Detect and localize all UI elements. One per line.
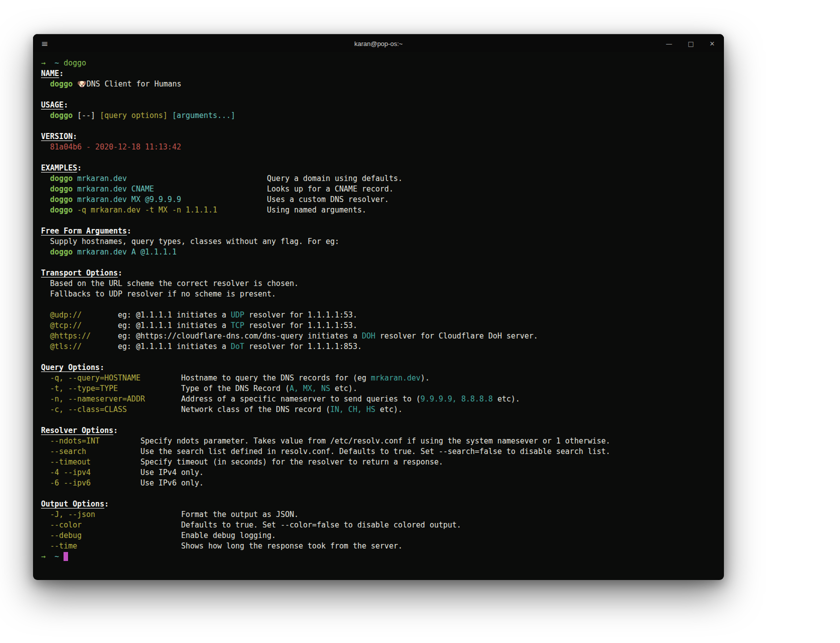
text-segment: : [118, 268, 123, 278]
transport-row: @udp:// eg: @1.1.1.1 initiates a UDP res… [41, 310, 716, 320]
output-row: --time Shows how long the response took … [41, 541, 716, 552]
text-segment: Using named arguments. [267, 206, 367, 214]
text-segment: mrkaran.dev A @1.1.1.1 [77, 248, 177, 256]
close-button[interactable]: ✕ [709, 40, 715, 46]
text-segment: resolver for 1.1.1.1:853. [244, 342, 362, 351]
text-segment: --time [50, 542, 77, 550]
text-segment [41, 248, 50, 256]
text-segment: USAGE [41, 100, 64, 110]
terminal-content[interactable]: → ~ doggoNAME: doggo 🐶DNS Client for Hum… [33, 52, 724, 572]
text-segment: doggo [50, 174, 73, 183]
text-segment [41, 478, 50, 488]
text-segment: doggo [50, 206, 73, 214]
text-segment: doggo [64, 58, 86, 68]
query-row: -t, --type=TYPE Type of the DNS Record (… [41, 384, 716, 394]
text-segment: 🐶 [73, 80, 87, 88]
text-segment: Network class of the DNS record ( [181, 405, 330, 414]
text-segment: : [59, 69, 64, 78]
prompt-line: → ~ doggo [41, 58, 716, 68]
blank-line [41, 300, 716, 310]
text-segment: @udp:// [50, 310, 82, 320]
text-segment: Use IPv4 only. [141, 468, 204, 477]
terminal-window: ≡ karan@pop-os:~ — □ ✕ → ~ doggoNAME: do… [33, 34, 724, 580]
text-segment [41, 195, 50, 204]
resolver-row: -4 --ipv4 Use IPv4 only. [41, 468, 716, 478]
text-segment: [--] [73, 111, 100, 120]
blank-line [41, 216, 716, 226]
version-value: 81a04b6 - 2020-12-18 11:13:42 [41, 142, 716, 152]
text-segment: doggo [50, 184, 73, 194]
text-segment [41, 458, 50, 466]
text-segment: mrkaran.dev MX @9.9.9.9 [77, 195, 181, 204]
examples-header: EXAMPLES: [41, 163, 716, 174]
text-segment: doggo [50, 80, 73, 88]
output-row: --debug Enable debug logging. [41, 530, 716, 541]
text-segment [41, 184, 50, 194]
text-segment: : [114, 426, 118, 435]
text-segment [41, 531, 50, 540]
text-segment [41, 384, 50, 393]
maximize-button[interactable]: □ [688, 40, 694, 46]
text-segment: Supply hostnames, query types, classes w… [41, 237, 339, 246]
window-controls: — □ ✕ [666, 40, 715, 46]
text-segment [41, 394, 50, 404]
transport-text: Fallbacks to UDP resolver if no scheme i… [41, 289, 716, 300]
text-segment: Defaults to true. Set --color=false to d… [181, 520, 461, 530]
minimize-button[interactable]: — [666, 40, 672, 46]
example-row: doggo mrkaran.dev Query a domain using d… [41, 174, 716, 184]
hamburger-menu-icon[interactable]: ≡ [41, 39, 48, 48]
text-segment: doggo [50, 195, 73, 204]
text-segment [73, 184, 77, 194]
text-segment: mrkaran.dev CNAME [77, 184, 154, 194]
transport-header: Transport Options: [41, 268, 716, 278]
prompt-line-cursor: → ~ [41, 552, 716, 562]
text-segment [41, 447, 50, 456]
text-segment [41, 374, 50, 382]
text-segment [41, 542, 50, 550]
text-segment: @https:// [50, 332, 91, 340]
text-segment: -6 --ipv6 [50, 478, 91, 488]
text-segment: -n, --nameserver=ADDR [50, 394, 145, 404]
text-segment: : [127, 226, 132, 236]
text-segment: -J, --json [50, 510, 95, 519]
text-segment: resolver for Cloudflare DoH server. [375, 332, 538, 340]
text-segment [46, 58, 55, 68]
text-segment: 9.9.9.9, 8.8.8.8 [421, 394, 493, 404]
text-segment: : [73, 132, 77, 141]
text-segment [41, 80, 50, 88]
resolver-header: Resolver Options: [41, 426, 716, 436]
text-segment [41, 342, 50, 351]
text-segment: Use IPv6 only. [141, 478, 204, 488]
text-segment [73, 195, 77, 204]
text-segment [73, 206, 77, 214]
text-segment: Format the output as JSON. [181, 510, 299, 519]
text-segment: : [104, 500, 109, 508]
text-segment [41, 310, 50, 320]
example-row: doggo mrkaran.dev MX @9.9.9.9 Uses a cus… [41, 194, 716, 205]
usage-value: doggo [--] [query options] [arguments...… [41, 110, 716, 121]
name-header: NAME: [41, 68, 716, 79]
text-segment: Based on the URL scheme the correct reso… [41, 279, 299, 288]
text-segment: Query Options [41, 363, 100, 372]
blank-line [41, 488, 716, 499]
text-segment [73, 248, 77, 256]
text-segment: --color [50, 520, 82, 530]
freeform-header: Free Form Arguments: [41, 226, 716, 236]
transport-row: @tls:// eg: @1.1.1.1 initiates a DoT res… [41, 342, 716, 352]
text-segment [41, 321, 50, 330]
text-segment: DoT [231, 342, 244, 351]
text-segment: resolver for 1.1.1.1:53. [244, 321, 357, 330]
text-segment: Uses a custom DNS resolver. [267, 195, 389, 204]
text-segment [73, 174, 77, 183]
transport-row: @https:// eg: @https://cloudflare-dns.co… [41, 331, 716, 342]
text-segment: @tcp:// [50, 321, 82, 330]
text-segment [41, 436, 50, 446]
text-segment: Looks up for a CNAME record. [267, 184, 394, 194]
text-segment: : [64, 100, 68, 110]
text-segment: eg: @1.1.1.1 initiates a [118, 342, 231, 351]
text-segment: doggo [50, 111, 73, 120]
freeform-text: Supply hostnames, query types, classes w… [41, 236, 716, 247]
text-segment: eg: @https://cloudflare-dns.com/dns-quer… [118, 332, 362, 340]
text-segment: -q, --query=HOSTNAME [50, 374, 141, 382]
output-row: -J, --json Format the output as JSON. [41, 510, 716, 520]
